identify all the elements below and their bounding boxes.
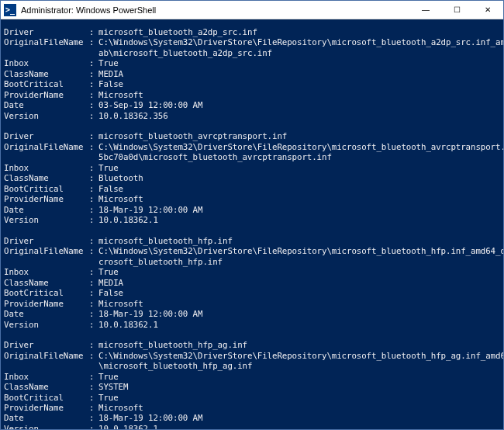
field-key: Version (4, 320, 89, 330)
output-row: ProviderName: Microsoft (4, 90, 500, 100)
output-continuation: \microsoft_bluetooth_hfp_ag.inf (4, 361, 500, 371)
field-key: ClassName (4, 278, 89, 288)
output-row: Version: 10.0.18362.1 (4, 424, 500, 429)
field-key: Driver (4, 27, 89, 37)
field-key: OriginalFileName (4, 37, 89, 47)
field-value: 18-Mar-19 12:00:00 AM (98, 413, 500, 423)
field-key: ClassName (4, 69, 89, 79)
output-continuation: 5bc70a0d\microsoft_bluetooth_avrcptransp… (4, 152, 500, 162)
output-row: BootCritical: False (4, 288, 500, 298)
output-row: Date: 18-Mar-19 12:00:00 AM (4, 205, 500, 215)
field-key: Driver (4, 340, 89, 350)
output-row: ProviderName: Microsoft (4, 194, 500, 204)
field-value: True (98, 58, 500, 68)
field-key: ProviderName (4, 194, 89, 204)
field-value: MEDIA (98, 278, 500, 288)
output-row: OriginalFileName: C:\Windows\System32\Dr… (4, 246, 500, 256)
field-key: Date (4, 205, 89, 215)
field-value: 10.0.18362.1 (98, 320, 500, 330)
field-key: OriginalFileName (4, 351, 89, 361)
field-key: Inbox (4, 163, 89, 173)
output-row: Version: 10.0.18362.356 (4, 111, 500, 121)
field-key: BootCritical (4, 79, 89, 89)
field-value: False (98, 288, 500, 298)
field-key: Inbox (4, 267, 89, 277)
field-value: 10.0.18362.1 (98, 215, 500, 225)
driver-entry: Driver: microsoft_bluetooth_avrcptranspo… (4, 131, 500, 225)
output-row: Inbox: True (4, 163, 500, 173)
window-controls: — ☐ ✕ (410, 1, 503, 19)
output-row: BootCritical: False (4, 184, 500, 194)
field-key: BootCritical (4, 184, 89, 194)
field-value: C:\Windows\System32\DriverStore\FileRepo… (98, 142, 503, 152)
field-value: False (98, 184, 500, 194)
output-row: Driver: microsoft_bluetooth_a2dp_src.inf (4, 27, 500, 37)
field-key: Version (4, 215, 89, 225)
field-value: C:\Windows\System32\DriverStore\FileRepo… (98, 37, 503, 47)
output-continuation: ab\microsoft_bluetooth_a2dp_src.inf (4, 48, 500, 58)
field-value: Microsoft (98, 299, 500, 309)
field-value: C:\Windows\System32\DriverStore\FileRepo… (98, 351, 503, 361)
output-row: Driver: microsoft_bluetooth_avrcptranspo… (4, 131, 500, 141)
output-row: ClassName: MEDIA (4, 278, 500, 288)
output-row: OriginalFileName: C:\Windows\System32\Dr… (4, 351, 500, 361)
field-key: Date (4, 413, 89, 423)
output-row: OriginalFileName: C:\Windows\System32\Dr… (4, 142, 500, 152)
field-key: ProviderName (4, 90, 89, 100)
field-value: 10.0.18362.1 (98, 424, 500, 429)
field-value: 18-Mar-19 12:00:00 AM (98, 309, 500, 319)
field-key: Driver (4, 131, 89, 141)
output-row: ClassName: Bluetooth (4, 173, 500, 183)
output-row: Inbox: True (4, 267, 500, 277)
field-key: OriginalFileName (4, 246, 89, 256)
output-row: ClassName: SYSTEM (4, 382, 500, 392)
field-value: 03-Sep-19 12:00:00 AM (98, 100, 500, 110)
console-output[interactable]: Driver: microsoft_bluetooth_a2dp_src.inf… (1, 19, 503, 429)
field-key: Inbox (4, 58, 89, 68)
output-row: Date: 18-Mar-19 12:00:00 AM (4, 413, 500, 423)
field-value: True (98, 372, 500, 382)
field-key: BootCritical (4, 288, 89, 298)
window-title: Administrator: Windows PowerShell (21, 5, 410, 15)
field-value: Microsoft (98, 403, 500, 413)
field-key: ClassName (4, 382, 89, 392)
close-button[interactable]: ✕ (472, 1, 503, 19)
output-row: Inbox: True (4, 372, 500, 382)
maximize-button[interactable]: ☐ (441, 1, 472, 19)
field-value: True (98, 393, 500, 403)
field-value: microsoft_bluetooth_hfp_ag.inf (98, 340, 500, 350)
output-row: ProviderName: Microsoft (4, 403, 500, 413)
driver-entry: Driver: microsoft_bluetooth_a2dp_src.inf… (4, 27, 500, 121)
field-key: ProviderName (4, 299, 89, 309)
field-value: microsoft_bluetooth_avrcptransport.inf (98, 131, 500, 141)
field-value: Microsoft (98, 194, 500, 204)
field-value: False (98, 79, 500, 89)
output-row: Version: 10.0.18362.1 (4, 215, 500, 225)
output-row: Date: 03-Sep-19 12:00:00 AM (4, 100, 500, 110)
output-row: OriginalFileName: C:\Windows\System32\Dr… (4, 37, 500, 47)
field-value: microsoft_bluetooth_hfp.inf (98, 236, 500, 246)
powershell-icon: >_ (4, 4, 16, 16)
field-key: Date (4, 100, 89, 110)
output-row: Driver: microsoft_bluetooth_hfp_ag.inf (4, 340, 500, 350)
output-row: Inbox: True (4, 58, 500, 68)
driver-entry: Driver: microsoft_bluetooth_hfp_ag.infOr… (4, 340, 500, 429)
powershell-window: >_ Administrator: Windows PowerShell — ☐… (0, 0, 504, 430)
field-key: Inbox (4, 372, 89, 382)
field-key: Version (4, 424, 89, 429)
field-value: microsoft_bluetooth_a2dp_src.inf (98, 27, 500, 37)
field-key: Date (4, 309, 89, 319)
output-continuation: crosoft_bluetooth_hfp.inf (4, 257, 500, 267)
field-key: OriginalFileName (4, 142, 89, 152)
output-row: Date: 18-Mar-19 12:00:00 AM (4, 309, 500, 319)
minimize-button[interactable]: — (410, 1, 441, 19)
field-value: C:\Windows\System32\DriverStore\FileRepo… (98, 246, 503, 256)
field-key: BootCritical (4, 393, 89, 403)
field-value: Bluetooth (98, 173, 500, 183)
titlebar[interactable]: >_ Administrator: Windows PowerShell — ☐… (1, 1, 503, 19)
field-key: Version (4, 111, 89, 121)
output-row: BootCritical: False (4, 79, 500, 89)
field-value: SYSTEM (98, 382, 500, 392)
driver-entry: Driver: microsoft_bluetooth_hfp.infOrigi… (4, 236, 500, 330)
field-value: MEDIA (98, 69, 500, 79)
